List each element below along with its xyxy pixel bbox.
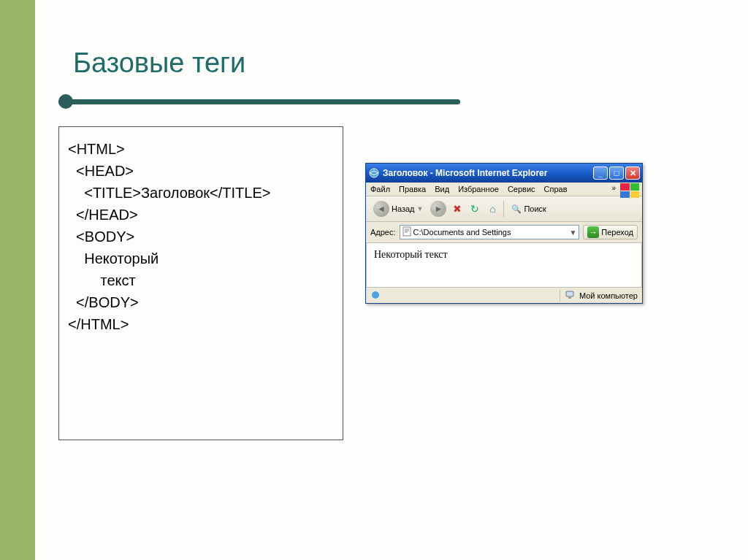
ie-icon	[368, 167, 380, 179]
address-input[interactable]: C:\Documents and Settings ▼	[400, 225, 580, 239]
slide-accent-sidebar	[0, 0, 35, 560]
status-ie-icon	[370, 290, 381, 302]
windows-logo-icon	[620, 183, 639, 198]
svg-rect-3	[566, 291, 573, 296]
html-code-box: <HTML> <HEAD> <TITLE>Заголовок</TITLE> <…	[58, 126, 343, 440]
address-text: C:\Documents and Settings	[413, 228, 511, 237]
page-viewport: Некоторый текст	[366, 243, 642, 287]
address-dropdown-icon[interactable]: ▼	[569, 229, 576, 237]
menu-bar: Файл Правка Вид Избранное Сервис Справ »	[366, 183, 642, 196]
maximize-button[interactable]: □	[609, 166, 624, 180]
close-button[interactable]: ✕	[625, 166, 640, 180]
menu-help[interactable]: Справ	[544, 185, 568, 193]
stop-button[interactable]: ✖	[451, 202, 464, 215]
page-content-text: Некоторый текст	[374, 249, 448, 260]
svg-rect-4	[568, 297, 571, 299]
window-titlebar: Заголовок - Microsoft Internet Explorer …	[366, 164, 642, 183]
address-bar: Адрес: C:\Documents and Settings ▼ → Пер…	[366, 222, 642, 243]
search-label: Поиск	[524, 204, 546, 213]
svg-rect-1	[403, 227, 411, 236]
home-button[interactable]: ⌂	[486, 202, 499, 215]
back-label: Назад	[392, 204, 415, 213]
status-bar: Мой компьютер	[366, 287, 642, 303]
page-icon	[402, 226, 411, 238]
svg-point-0	[370, 169, 378, 177]
refresh-button[interactable]: ↻	[468, 202, 481, 215]
window-title: Заголовок - Microsoft Internet Explorer	[383, 168, 593, 178]
toolbar-separator	[503, 201, 504, 217]
menu-edit[interactable]: Правка	[399, 185, 426, 193]
search-icon: 🔍	[511, 204, 522, 214]
title-divider	[58, 95, 726, 108]
content-row: <HTML> <HEAD> <TITLE>Заголовок</TITLE> <…	[58, 126, 726, 440]
menu-favorites[interactable]: Избранное	[458, 185, 499, 193]
browser-preview-wrap: Заголовок - Microsoft Internet Explorer …	[365, 163, 643, 304]
forward-button[interactable]: ►	[430, 201, 446, 217]
search-button[interactable]: 🔍 Поиск	[508, 203, 549, 215]
slide-title: Базовые теги	[73, 47, 726, 79]
go-arrow-icon: →	[587, 226, 599, 238]
svg-point-2	[372, 291, 379, 299]
minimize-button[interactable]: _	[593, 166, 608, 180]
status-zone-label: Мой компьютер	[579, 291, 638, 300]
menu-overflow-icon[interactable]: »	[611, 184, 616, 192]
back-icon: ◄	[373, 201, 389, 217]
go-label: Переход	[601, 228, 633, 237]
menu-view[interactable]: Вид	[435, 185, 449, 193]
go-button[interactable]: → Переход	[583, 225, 638, 239]
slide-container: Базовые теги <HTML> <HEAD> <TITLE>Заголо…	[58, 22, 726, 538]
ie-window: Заголовок - Microsoft Internet Explorer …	[365, 163, 643, 304]
back-dropdown-icon: ▼	[417, 205, 424, 212]
back-button[interactable]: ◄ Назад ▼	[370, 199, 426, 218]
window-controls: _ □ ✕	[593, 166, 640, 180]
status-computer-icon	[565, 291, 575, 301]
menu-file[interactable]: Файл	[370, 185, 390, 193]
menu-tools[interactable]: Сервис	[508, 185, 535, 193]
toolbar: ◄ Назад ▼ ► ✖ ↻ ⌂ 🔍 Поиск	[366, 196, 642, 222]
address-label: Адрес:	[370, 228, 396, 237]
